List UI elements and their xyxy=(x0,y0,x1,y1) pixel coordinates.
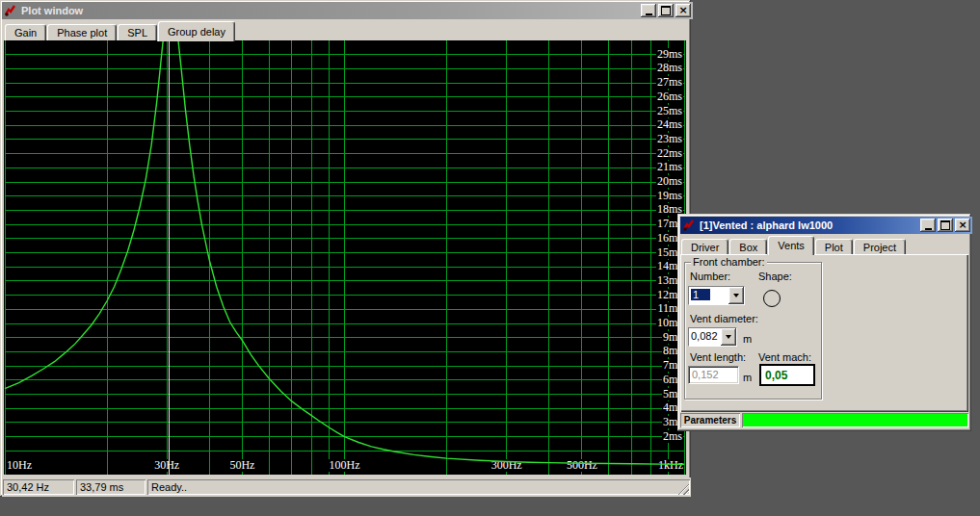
chevron-down-icon xyxy=(726,335,731,339)
app-icon xyxy=(682,219,696,232)
minimize-icon xyxy=(925,228,932,230)
vent-diameter-combobox[interactable]: 0,082 xyxy=(688,327,737,347)
tab-project[interactable]: Project xyxy=(854,239,906,255)
vented-window-title: [1]Vented : alphard lw1000 xyxy=(700,219,833,231)
vent-diameter-value: 0,082 xyxy=(689,328,721,346)
x-tick-label: 1kHz xyxy=(657,459,684,472)
vent-diameter-label: Vent diameter: xyxy=(690,313,758,324)
circle-shape-icon xyxy=(763,290,781,307)
tab-group-delay[interactable]: Group delay xyxy=(158,21,235,41)
x-tick-label: 500Hz xyxy=(566,459,598,472)
x-tick-label: 30Hz xyxy=(153,459,180,472)
progress-bar xyxy=(742,413,968,427)
tab-phase-plot[interactable]: Phase plot xyxy=(47,24,117,41)
y-tick-label: 26ms xyxy=(656,90,683,103)
minimize-button[interactable] xyxy=(920,219,936,232)
x-tick-label: 10Hz xyxy=(6,459,33,472)
status-delay: 33,79 ms xyxy=(76,479,146,495)
plot-grid xyxy=(4,40,686,475)
plot-tabstrip: Gain Phase plot SPL Group delay xyxy=(5,21,236,41)
vented-bottombar: Parameters xyxy=(680,413,968,427)
plot-canvas[interactable]: 2ms3ms4ms5ms6ms7ms8ms9ms10ms11ms12ms13ms… xyxy=(4,40,686,475)
vent-mach-label: Vent mach: xyxy=(758,351,811,363)
status-frequency: 30,42 Hz xyxy=(3,479,74,495)
close-icon: × xyxy=(958,220,967,230)
plot-statusbar: 30,42 Hz 33,79 ms Ready.. xyxy=(2,477,691,497)
y-tick-label: 23ms xyxy=(656,133,683,145)
status-message: Ready.. xyxy=(147,479,690,495)
number-combobox[interactable]: 1 xyxy=(688,286,745,305)
plot-window-title: Plot window xyxy=(21,5,83,16)
vent-diameter-dropdown-button[interactable] xyxy=(721,328,736,346)
y-tick-label: 2ms xyxy=(662,430,683,443)
y-tick-label: 25ms xyxy=(656,105,683,117)
y-tick-label: 27ms xyxy=(656,76,683,89)
y-tick-label: 19ms xyxy=(656,190,683,202)
y-tick-label: 29ms xyxy=(656,48,683,61)
desktop: Plot window × Gain Phase plot SPL Group … xyxy=(0,0,980,516)
vented-tabstrip: Driver Box Vents Plot Project xyxy=(681,236,907,255)
plot-window-titlebar[interactable]: Plot window × xyxy=(2,2,693,19)
x-tick-label: 100Hz xyxy=(329,459,361,472)
y-tick-label: 21ms xyxy=(656,161,683,173)
minimize-icon xyxy=(646,13,652,15)
tab-vents[interactable]: Vents xyxy=(768,236,814,255)
tab-spl[interactable]: SPL xyxy=(118,24,157,41)
y-tick-label: 22ms xyxy=(656,147,683,160)
number-label: Number: xyxy=(690,271,730,282)
plot-window: Plot window × Gain Phase plot SPL Group … xyxy=(0,0,691,497)
vent-mach-field[interactable]: 0,05 xyxy=(760,365,814,385)
chevron-down-icon xyxy=(733,294,739,297)
shape-label: Shape: xyxy=(758,271,792,282)
vent-diameter-unit: m xyxy=(743,333,752,345)
x-tick-label: 300Hz xyxy=(490,459,523,472)
y-tick-label: 28ms xyxy=(656,62,683,74)
vents-tabpage: Front chamber: Number: 1 Shape: Vent dia… xyxy=(680,254,968,412)
app-icon xyxy=(4,4,17,17)
vented-window: [1]Vented : alphard lw1000 × Driver Box … xyxy=(677,214,971,431)
number-dropdown-button[interactable] xyxy=(728,287,744,304)
vent-length-field[interactable]: 0,152 xyxy=(688,366,739,384)
close-button[interactable]: × xyxy=(675,4,691,17)
front-chamber-groupbox: Front chamber: Number: 1 Shape: Vent dia… xyxy=(684,262,822,400)
maximize-icon xyxy=(940,220,950,230)
minimize-button[interactable] xyxy=(641,4,656,17)
maximize-icon xyxy=(661,6,671,15)
tab-plot[interactable]: Plot xyxy=(815,239,853,255)
vent-length-label: Vent length: xyxy=(690,351,746,363)
vent-length-unit: m xyxy=(743,372,752,383)
close-icon: × xyxy=(678,6,687,15)
front-chamber-legend: Front chamber: xyxy=(691,256,767,268)
maximize-button[interactable] xyxy=(938,219,953,232)
close-button[interactable]: × xyxy=(955,219,970,232)
number-value: 1 xyxy=(689,287,728,304)
tab-box[interactable]: Box xyxy=(729,239,767,255)
x-tick-label: 50Hz xyxy=(228,459,255,472)
tab-gain[interactable]: Gain xyxy=(5,24,46,41)
y-tick-label: 20ms xyxy=(656,175,683,188)
progress-fill xyxy=(743,414,967,426)
parameters-button[interactable]: Parameters xyxy=(680,413,740,427)
maximize-button[interactable] xyxy=(658,4,674,17)
y-tick-label: 24ms xyxy=(656,118,683,131)
tab-driver[interactable]: Driver xyxy=(681,239,728,255)
vented-window-titlebar[interactable]: [1]Vented : alphard lw1000 × xyxy=(680,217,972,234)
